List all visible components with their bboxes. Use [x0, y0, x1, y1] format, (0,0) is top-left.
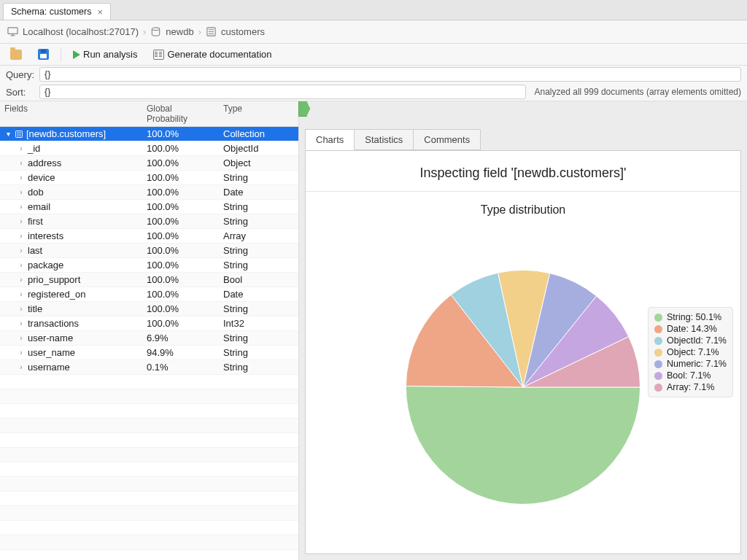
- field-prob: 100.0%: [142, 318, 219, 329]
- chevron-right-icon: ›: [18, 246, 25, 254]
- sort-input[interactable]: [39, 85, 526, 99]
- legend-swatch: [654, 372, 662, 380]
- field-type: String: [219, 260, 298, 271]
- field-prob: 100.0%: [142, 143, 219, 154]
- chart-subtitle: Type distribution: [306, 192, 740, 221]
- legend-item-bool[interactable]: Bool: 7.1%: [654, 370, 727, 381]
- field-prob: 6.9%: [142, 332, 219, 343]
- empty-row: [0, 506, 298, 521]
- field-row[interactable]: ›registered_on100.0%Date: [0, 287, 298, 302]
- field-prob: 100.0%: [142, 187, 219, 198]
- field-row[interactable]: ›user-name6.9%String: [0, 331, 298, 346]
- field-prob: 100.0%: [142, 201, 219, 212]
- collection-icon: [206, 26, 217, 37]
- svg-rect-0: [8, 28, 18, 34]
- breadcrumb: Localhost (localhost:27017) › newdb › cu…: [0, 20, 747, 44]
- legend-label: Object: 7.1%: [667, 347, 719, 357]
- legend-item-date[interactable]: Date: 14.3%: [654, 323, 727, 335]
- field-name: interests: [28, 230, 63, 241]
- tab-comments[interactable]: Comments: [413, 129, 481, 150]
- svg-rect-2: [12, 34, 13, 35]
- toolbar: Run analysis Generate documentation: [0, 44, 747, 66]
- legend-item-numeric[interactable]: Numeric: 7.1%: [654, 358, 727, 370]
- folder-icon: [10, 50, 22, 60]
- legend-item-string[interactable]: String: 50.1%: [654, 311, 727, 323]
- empty-row: [0, 375, 298, 389]
- field-type: String: [219, 216, 298, 227]
- field-name: address: [28, 158, 61, 168]
- chevron-right-icon: ›: [18, 305, 25, 313]
- query-input[interactable]: [39, 67, 741, 82]
- field-row[interactable]: ›transactions100.0%Int32: [0, 316, 298, 331]
- empty-row: [0, 477, 298, 491]
- field-prob: 100.0%: [142, 230, 219, 241]
- breadcrumb-host[interactable]: Localhost (localhost:27017): [23, 26, 139, 37]
- field-row[interactable]: ›device100.0%String: [0, 171, 298, 185]
- field-row[interactable]: ›email100.0%String: [0, 200, 298, 214]
- file-tab-schema[interactable]: Schema: customers ×: [3, 3, 111, 20]
- field-prob: 100.0%: [142, 128, 219, 139]
- field-row[interactable]: ›package100.0%String: [0, 258, 298, 273]
- field-row[interactable]: ›username0.1%String: [0, 360, 298, 375]
- document-icon: [153, 50, 164, 60]
- svg-rect-1: [11, 35, 15, 36]
- legend-label: Numeric: 7.1%: [667, 359, 727, 369]
- close-icon[interactable]: ×: [97, 7, 103, 17]
- field-prob: 100.0%: [142, 216, 219, 227]
- field-row[interactable]: ›user_name94.9%String: [0, 346, 298, 360]
- tab-charts[interactable]: Charts: [305, 129, 355, 150]
- field-tree-body[interactable]: ▾[newdb.customers]100.0%Collection›_id10…: [0, 127, 298, 560]
- empty-row: [0, 521, 298, 535]
- legend-item-array[interactable]: Array: 7.1%: [654, 381, 727, 393]
- field-row[interactable]: ›last100.0%String: [0, 244, 298, 258]
- field-row[interactable]: ›interests100.0%Array: [0, 229, 298, 244]
- run-analysis-button[interactable]: Run analysis: [69, 47, 142, 62]
- field-type: String: [219, 347, 298, 358]
- field-row[interactable]: ›dob100.0%Date: [0, 185, 298, 200]
- save-button[interactable]: [34, 47, 53, 62]
- legend-swatch: [654, 384, 662, 392]
- chevron-right-icon: ›: [18, 217, 25, 225]
- field-tree-panel: Fields Global Probability Type ▾[newdb.c…: [0, 101, 299, 560]
- legend-swatch: [654, 314, 662, 322]
- panel-handle-icon[interactable]: [298, 101, 310, 117]
- header-type[interactable]: Type: [219, 101, 298, 126]
- legend-item-objectid[interactable]: ObjectId: 7.1%: [654, 335, 727, 346]
- field-prob: 0.1%: [142, 362, 219, 373]
- header-probability[interactable]: Global Probability: [142, 101, 219, 126]
- chevron-right-icon: ›: [143, 26, 146, 37]
- field-type: Int32: [219, 318, 298, 329]
- field-name: dob: [28, 187, 44, 198]
- chart-title: Inspecting field '[newdb.customers]': [306, 151, 740, 192]
- field-row-root[interactable]: ▾[newdb.customers]100.0%Collection: [0, 127, 298, 141]
- empty-row: [0, 433, 298, 448]
- chevron-right-icon: ›: [18, 319, 25, 327]
- field-name: _id: [28, 143, 40, 154]
- field-row[interactable]: ›address100.0%Object: [0, 156, 298, 171]
- pie-slice-string[interactable]: [406, 386, 640, 504]
- generate-doc-label: Generate documentation: [167, 49, 271, 60]
- svg-point-3: [152, 28, 160, 31]
- legend-label: String: 50.1%: [667, 312, 721, 322]
- field-prob: 100.0%: [142, 274, 219, 285]
- tab-statistics[interactable]: Statistics: [354, 129, 414, 150]
- breadcrumb-db[interactable]: newdb: [166, 26, 193, 37]
- field-row[interactable]: ›first100.0%String: [0, 214, 298, 229]
- field-type: String: [219, 332, 298, 343]
- header-fields[interactable]: Fields: [0, 101, 142, 126]
- inspector-tabs: Charts Statistics Comments: [305, 129, 747, 150]
- field-row[interactable]: ›_id100.0%ObjectId: [0, 141, 298, 156]
- field-type: Array: [219, 230, 298, 241]
- open-button[interactable]: [6, 47, 26, 62]
- legend-item-object[interactable]: Object: 7.1%: [654, 346, 727, 358]
- field-prob: 94.9%: [142, 347, 219, 358]
- chevron-down-icon: ▾: [4, 130, 12, 138]
- empty-row: [0, 491, 298, 506]
- field-prob: 100.0%: [142, 303, 219, 314]
- generate-doc-button[interactable]: Generate documentation: [149, 47, 276, 62]
- field-name: [newdb.customers]: [26, 128, 106, 139]
- chart-card: Inspecting field '[newdb.customers]' Typ…: [305, 150, 741, 554]
- breadcrumb-collection[interactable]: customers: [221, 26, 265, 37]
- field-row[interactable]: ›title100.0%String: [0, 302, 298, 316]
- field-row[interactable]: ›prio_support100.0%Bool: [0, 273, 298, 287]
